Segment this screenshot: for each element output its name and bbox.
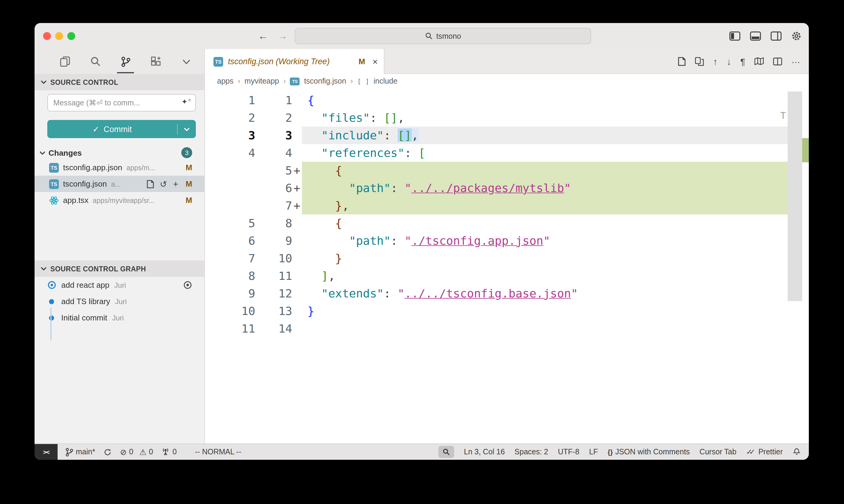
changes-section-header[interactable]: Changes 3 [35,146,204,159]
file-row-app-tsx[interactable]: app.tsx apps/myviteapp/sr... M [35,192,204,209]
modified-line-number: 6 [255,179,292,197]
commit-row-add-react-app[interactable]: add react app Juri [35,277,204,293]
settings-gear-icon[interactable] [791,31,802,41]
breadcrumb-item-apps[interactable]: apps [217,77,234,85]
source-control-view-icon[interactable] [118,52,133,71]
eol-indicator[interactable]: LF [589,448,598,456]
code-text[interactable]: "references": [ [302,144,788,162]
code-text[interactable]: { [302,214,788,232]
code-line-12[interactable]: 912 "extends": "../../tsconfig.base.json… [205,285,809,302]
open-file-icon[interactable] [147,180,154,188]
code-line-2[interactable]: 22 "files": [], [205,109,809,127]
source-control-graph-section-header[interactable]: SOURCE CONTROL GRAPH [35,260,204,277]
code-line-8[interactable]: 58 { [205,214,809,232]
commit-message-input[interactable] [47,94,196,111]
breadcrumb-item-tsconfig[interactable]: tsconfig.json [304,77,346,85]
code-text[interactable]: { [302,91,788,109]
code-text[interactable]: "include": [], [302,127,788,144]
encoding-indicator[interactable]: UTF-8 [558,448,579,456]
more-views-chevron-icon[interactable] [179,52,193,71]
minimize-window-button[interactable] [55,32,63,40]
diff-editor[interactable]: 11{22 "files": [],33 "include": [],44 "r… [205,88,809,444]
maximize-window-button[interactable] [67,32,75,40]
commit-button-label: Commit [104,125,132,133]
branch-indicator[interactable]: main* [66,447,95,456]
zoom-status-button[interactable] [438,446,454,458]
code-line-1[interactable]: 11{ [205,91,809,109]
code-text[interactable]: } [302,250,788,267]
tab-strip: TS tsconfig.json (Working Tree) M × ↑ [205,49,809,74]
next-change-icon[interactable]: ↓ [727,56,731,66]
previous-change-icon[interactable]: ↑ [713,56,718,66]
collapse-unchanged-regions-icon[interactable] [754,57,764,66]
notifications-bell-icon[interactable] [792,448,801,456]
code-line-7[interactable]: 7+ }, [205,197,809,214]
history-back-button[interactable]: ← [257,23,270,49]
breadcrumb-item-myviteapp[interactable]: myviteapp [245,77,279,85]
history-forward-button[interactable]: → [276,23,289,49]
code-line-11[interactable]: 811 ], [205,267,809,285]
tab-tsconfig-working-tree[interactable]: TS tsconfig.json (Working Tree) M × [205,49,384,74]
commit-dropdown-chevron-icon[interactable] [178,127,196,131]
code-line-3[interactable]: 33 "include": [], [205,127,809,144]
cursor-position-indicator[interactable]: Ln 3, Col 16 [464,448,505,456]
code-line-10[interactable]: 710 } [205,250,809,267]
overview-text-artifact: T [780,110,786,121]
search-view-icon[interactable] [88,52,102,71]
changes-label: Changes [49,148,82,157]
toggle-panel-icon[interactable] [750,32,761,41]
checked-out-indicator-icon[interactable] [183,281,192,290]
open-file-icon[interactable] [678,57,686,66]
formatter-indicator[interactable]: ✓✓ Prettier [746,448,783,456]
language-mode-indicator[interactable]: {} JSON with Comments [607,448,690,456]
close-tab-icon[interactable]: × [372,57,378,66]
explorer-icon[interactable] [57,52,72,71]
commit-button[interactable]: ✓ Commit [47,120,196,138]
code-line-14[interactable]: 1114 [205,320,809,337]
more-actions-icon[interactable]: … [791,54,800,65]
code-line-9[interactable]: 69 "path": "./tsconfig.app.json" [205,232,809,250]
generate-commit-message-icon[interactable]: ✦✧ [181,97,192,106]
cursor-tab-indicator[interactable]: Cursor Tab [700,448,736,456]
discard-changes-icon[interactable]: ↺ [160,179,167,189]
code-text[interactable]: "files": [], [302,109,788,127]
breadcrumb-item-include[interactable]: include [374,77,397,85]
ports-indicator[interactable]: 0 [161,448,177,456]
toggle-primary-sidebar-icon[interactable] [729,32,740,41]
branch-icon [66,447,73,456]
file-row-tsconfig-json[interactable]: TS tsconfig.json a... ↺ + M [35,176,204,192]
code-text[interactable]: { [302,162,788,179]
toggle-whitespace-icon[interactable]: ¶ [740,56,745,66]
compare-changes-icon[interactable] [695,57,704,66]
code-text[interactable]: } [302,302,788,320]
original-line-number: 8 [205,267,255,285]
radio-tower-icon [161,448,170,456]
close-window-button[interactable] [43,32,51,40]
command-center-search[interactable]: tsmono [295,28,591,44]
indentation-indicator[interactable]: Spaces: 2 [515,448,548,456]
remote-indicator[interactable]: >< [35,444,57,460]
file-row-tsconfig-app-json[interactable]: TS tsconfig.app.json apps/m... M [35,159,204,176]
stage-changes-icon[interactable]: + [173,179,178,189]
code-text[interactable]: "path": "./tsconfig.app.json" [302,232,788,250]
editor-scrollbar[interactable] [788,91,802,301]
source-control-section-header[interactable]: SOURCE CONTROL [35,74,204,90]
sync-changes-button[interactable] [104,448,111,456]
code-line-5[interactable]: 5+ { [205,162,809,179]
toggle-secondary-sidebar-icon[interactable] [771,32,781,41]
commit-row-initial-commit[interactable]: Initial commit Juri [35,309,204,326]
code-text[interactable]: ], [302,267,788,285]
code-line-13[interactable]: 1013} [205,302,809,320]
code-text[interactable]: }, [302,197,788,214]
code-line-6[interactable]: 6+ "path": "../../packages/mytslib" [205,179,809,197]
extensions-view-icon[interactable] [149,52,163,71]
commit-row-add-ts-library[interactable]: add TS library Juri [35,293,204,309]
vim-mode-indicator[interactable]: -- NORMAL -- [195,448,241,456]
code-text[interactable]: "path": "../../packages/mytslib" [302,179,788,197]
code-text[interactable] [302,320,788,337]
split-editor-icon[interactable] [773,57,782,65]
titlebar-layout-controls [729,23,802,49]
code-line-4[interactable]: 44 "references": [ [205,144,809,162]
code-text[interactable]: "extends": "../../tsconfig.base.json" [302,285,788,302]
problems-indicator[interactable]: ⊘ 0 ⚠ 0 [120,447,153,456]
